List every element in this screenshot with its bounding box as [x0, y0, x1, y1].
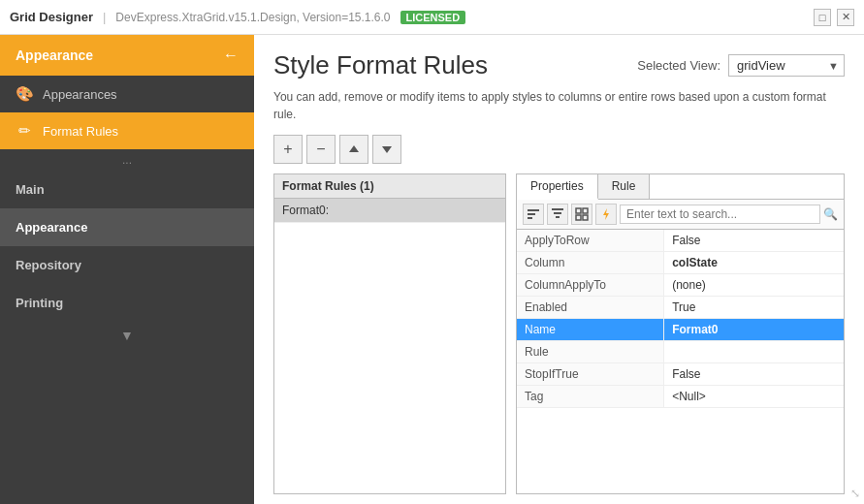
title-separator: | [103, 10, 106, 24]
lower-split: Format Rules (1) Format0: Properties Rul… [273, 173, 845, 494]
sort-icon [527, 207, 540, 221]
table-row[interactable]: NameFormat0 [517, 319, 844, 341]
svg-rect-8 [576, 208, 581, 213]
chevron-up-icon [348, 143, 360, 155]
filter-icon [551, 207, 564, 221]
selected-view-select[interactable]: gridView [728, 54, 845, 77]
remove-button[interactable]: − [306, 135, 336, 164]
property-name: ApplyToRow [517, 230, 664, 252]
property-value: (none) [664, 274, 844, 297]
content-area: Style Format Rules Selected View: gridVi… [254, 35, 864, 504]
property-name: StopIfTrue [517, 363, 664, 386]
page-title: Style Format Rules [273, 50, 488, 80]
props-search-input[interactable] [620, 205, 820, 224]
svg-marker-1 [382, 146, 392, 153]
sidebar-item-format-rules[interactable]: ✏ Format Rules [0, 112, 254, 149]
property-value: colState [664, 252, 844, 274]
table-row[interactable]: Rule [517, 341, 844, 363]
toolbar: + − [273, 135, 845, 164]
table-row[interactable]: Tag<Null> [517, 386, 844, 408]
license-badge: LICENSED [400, 11, 466, 24]
props-table: ApplyToRowFalseColumncolStateColumnApply… [517, 230, 844, 408]
svg-marker-12 [603, 208, 609, 220]
app-name: Grid Designer [10, 10, 93, 24]
props-tabs: Properties Rule [517, 174, 844, 200]
sidebar-section-header: Appearance ← [0, 35, 254, 76]
move-down-button[interactable] [372, 135, 401, 164]
selected-view-wrapper: gridView ▼ [728, 54, 845, 77]
sidebar-scroll-down[interactable]: ▼ [0, 322, 254, 349]
properties-panel: Properties Rule [516, 173, 845, 494]
property-value: Format0 [664, 319, 844, 341]
table-row[interactable]: ColumnApplyTo(none) [517, 274, 844, 297]
minimize-button[interactable]: □ [814, 9, 831, 26]
props-toolbar: 🔍 [517, 200, 844, 230]
selected-view-label: Selected View: [637, 58, 720, 73]
table-row[interactable]: StopIfTrueFalse [517, 363, 844, 386]
move-up-button[interactable] [339, 135, 368, 164]
sidebar-section-printing[interactable]: Printing [0, 284, 254, 322]
svg-rect-9 [583, 208, 588, 213]
props-icon-btn-3[interactable] [571, 204, 592, 225]
svg-marker-0 [349, 145, 359, 152]
property-value: False [664, 363, 844, 386]
sidebar-item-appearances[interactable]: 🎨 Appearances [0, 76, 254, 112]
title-bar: Grid Designer | DevExpress.XtraGrid.v15.… [0, 0, 864, 35]
table-row[interactable]: ApplyToRowFalse [517, 230, 844, 252]
window-controls: □ ✕ [814, 9, 854, 26]
main-layout: Appearance ← 🎨 Appearances ✏ Format Rule… [0, 35, 864, 504]
sidebar-section-repository[interactable]: Repository [0, 246, 254, 284]
property-name: ColumnApplyTo [517, 274, 664, 297]
content-description: You can add, remove or modify items to a… [273, 88, 845, 123]
search-icon: 🔍 [823, 207, 838, 221]
property-name: Rule [517, 341, 664, 363]
rule-item-format0[interactable]: Format0: [274, 199, 505, 223]
chevron-down-icon [381, 143, 393, 155]
tab-rule[interactable]: Rule [598, 174, 651, 199]
property-name: Column [517, 252, 664, 274]
svg-rect-5 [552, 208, 563, 210]
appearances-icon: 🎨 [16, 85, 33, 103]
tab-properties[interactable]: Properties [517, 174, 598, 200]
props-icon-btn-4[interactable] [595, 204, 617, 225]
property-name: Enabled [517, 297, 664, 319]
format-rules-icon: ✏ [16, 122, 33, 140]
sidebar-section-title: Appearance [16, 47, 93, 63]
format-rules-panel: Format Rules (1) Format0: [273, 173, 506, 494]
property-value: <Null> [664, 386, 844, 408]
version-info: DevExpress.XtraGrid.v15.1.Design, Versio… [115, 11, 390, 24]
svg-rect-10 [576, 215, 581, 220]
svg-rect-2 [528, 209, 539, 211]
props-icon-btn-2[interactable] [547, 204, 568, 225]
grid-icon [575, 207, 589, 221]
property-name: Tag [517, 386, 664, 408]
svg-rect-6 [554, 212, 561, 214]
content-header: Style Format Rules Selected View: gridVi… [273, 50, 845, 80]
props-table-wrapper: ApplyToRowFalseColumncolStateColumnApply… [517, 230, 844, 493]
property-name: Name [517, 319, 664, 341]
props-icon-btn-1[interactable] [523, 204, 544, 225]
add-button[interactable]: + [273, 135, 303, 164]
resize-handle[interactable]: ⤡ [850, 487, 860, 500]
svg-rect-11 [583, 215, 588, 220]
sidebar-section-appearance[interactable]: Appearance [0, 208, 254, 246]
table-row[interactable]: EnabledTrue [517, 297, 844, 319]
lightning-icon [599, 207, 613, 221]
sidebar-section-main[interactable]: Main [0, 171, 254, 208]
property-value: True [664, 297, 844, 319]
close-button[interactable]: ✕ [837, 9, 854, 26]
sidebar-dots: ... [0, 149, 254, 171]
sidebar-item-format-rules-label: Format Rules [43, 124, 118, 139]
svg-rect-7 [556, 216, 560, 218]
table-row[interactable]: ColumncolState [517, 252, 844, 274]
property-value [664, 341, 844, 363]
selected-view-control: Selected View: gridView ▼ [637, 54, 845, 77]
sidebar: Appearance ← 🎨 Appearances ✏ Format Rule… [0, 35, 254, 504]
format-rules-header: Format Rules (1) [274, 174, 505, 199]
svg-rect-3 [528, 213, 535, 215]
sidebar-back-button[interactable]: ← [223, 47, 239, 64]
svg-rect-4 [528, 217, 532, 219]
property-value: False [664, 230, 844, 252]
format-rules-body: Format0: [274, 199, 505, 493]
sidebar-item-appearances-label: Appearances [43, 87, 117, 102]
